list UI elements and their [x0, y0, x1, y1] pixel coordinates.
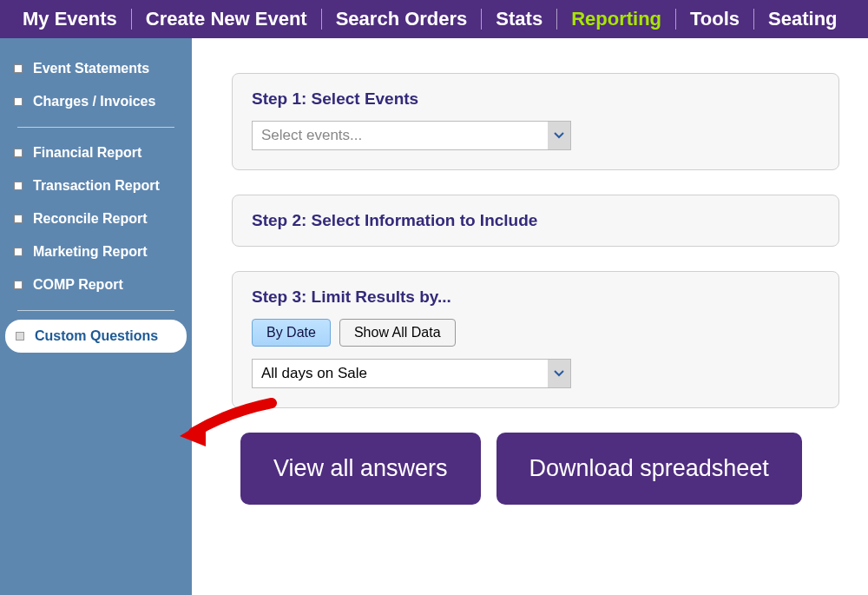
by-date-button[interactable]: By Date [252, 319, 331, 347]
sidebar-item-marketing-report[interactable]: Marketing Report [9, 235, 183, 268]
sidebar-item-label: Charges / Invoices [33, 94, 155, 109]
step3-button-row: By Date Show All Data [252, 319, 819, 347]
bullet-icon [14, 149, 23, 157]
bullet-icon [14, 182, 23, 190]
main-panel: Step 1: Select Events Select events... S… [192, 38, 868, 595]
bullet-icon [14, 97, 23, 106]
sidebar-item-event-statements[interactable]: Event Statements [9, 52, 183, 85]
top-nav: My Events Create New Event Search Orders… [0, 0, 868, 38]
step2-title: Step 2: Select Information to Include [252, 211, 819, 230]
step3-title: Step 3: Limit Results by... [252, 288, 819, 307]
step1-panel: Step 1: Select Events Select events... [232, 73, 839, 170]
sidebar-item-transaction-report[interactable]: Transaction Report [9, 169, 183, 202]
chevron-down-icon [554, 370, 564, 377]
sidebar: Event Statements Charges / Invoices Fina… [0, 38, 192, 595]
sidebar-item-financial-report[interactable]: Financial Report [9, 136, 183, 169]
step3-panel: Step 3: Limit Results by... By Date Show… [232, 271, 839, 408]
sidebar-divider [17, 127, 174, 128]
select-events-placeholder: Select events... [253, 122, 548, 149]
select-events-dropdown[interactable]: Select events... [252, 121, 571, 150]
chevron-down-icon [554, 132, 564, 139]
date-range-value: All days on Sale [253, 360, 548, 387]
nav-create-new-event[interactable]: Create New Event [132, 8, 321, 30]
sidebar-item-reconcile-report[interactable]: Reconcile Report [9, 202, 183, 235]
sidebar-item-label: COMP Report [33, 277, 123, 293]
nav-search-orders[interactable]: Search Orders [322, 8, 482, 30]
show-all-data-button[interactable]: Show All Data [339, 319, 456, 347]
view-all-answers-button[interactable]: View all answers [240, 433, 481, 505]
step2-panel: Step 2: Select Information to Include [232, 195, 839, 247]
sidebar-item-label: Transaction Report [33, 178, 160, 194]
content-area: Event Statements Charges / Invoices Fina… [0, 38, 868, 595]
bullet-icon [14, 64, 23, 73]
nav-reporting[interactable]: Reporting [557, 8, 675, 30]
bullet-icon [14, 281, 23, 289]
bullet-icon [14, 215, 23, 223]
step1-title: Step 1: Select Events [252, 89, 819, 109]
sidebar-item-label: Financial Report [33, 145, 141, 161]
sidebar-item-label: Custom Questions [35, 328, 158, 344]
sidebar-item-charges-invoices[interactable]: Charges / Invoices [9, 85, 183, 118]
date-range-dropdown[interactable]: All days on Sale [252, 359, 571, 388]
dropdown-toggle[interactable] [548, 360, 570, 387]
nav-seating[interactable]: Seating [754, 8, 851, 30]
sidebar-item-label: Event Statements [33, 61, 149, 76]
bullet-icon [14, 248, 23, 256]
nav-my-events[interactable]: My Events [9, 8, 131, 30]
nav-stats[interactable]: Stats [482, 8, 556, 30]
dropdown-toggle[interactable] [548, 122, 570, 149]
download-spreadsheet-button[interactable]: Download spreadsheet [496, 433, 802, 505]
nav-tools[interactable]: Tools [676, 8, 753, 30]
sidebar-item-custom-questions[interactable]: Custom Questions [5, 320, 187, 353]
sidebar-divider [17, 310, 174, 311]
sidebar-item-comp-report[interactable]: COMP Report [9, 268, 183, 301]
sidebar-item-label: Reconcile Report [33, 211, 148, 227]
action-buttons: View all answers Download spreadsheet [240, 433, 858, 505]
sidebar-item-label: Marketing Report [33, 244, 148, 260]
bullet-icon [16, 332, 24, 340]
